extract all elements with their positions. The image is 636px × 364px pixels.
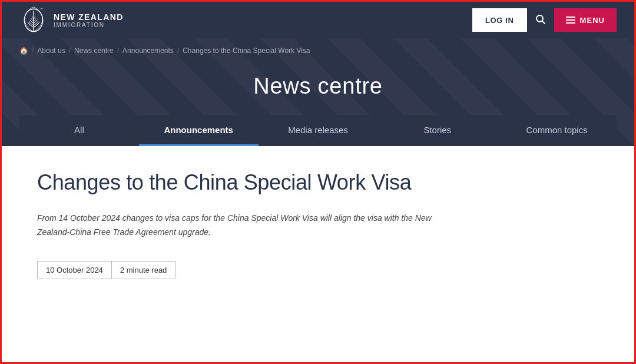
- tab-navigation: All Announcements Media releases Stories…: [19, 115, 617, 146]
- logo-text: NEW ZEALAND IMMIGRATION: [54, 12, 124, 28]
- search-button[interactable]: [527, 8, 554, 32]
- article-date: 10 October 2024: [37, 261, 112, 279]
- breadcrumb-announcements[interactable]: Announcements: [122, 47, 174, 55]
- tab-media-releases[interactable]: Media releases: [259, 115, 378, 146]
- tab-announcements[interactable]: Announcements: [139, 115, 259, 146]
- logo[interactable]: ™ NEW ZEALAND IMMIGRATION: [19, 6, 124, 34]
- site-header: ™ NEW ZEALAND IMMIGRATION LOG IN MENU: [2, 2, 634, 38]
- tab-stories[interactable]: Stories: [377, 115, 497, 146]
- breadcrumb: 🏠 / About us / News centre / Announcemen…: [19, 47, 617, 62]
- article-read-time: 2 minute read: [112, 261, 176, 279]
- page-title-section: News centre: [19, 62, 617, 105]
- breadcrumb-news[interactable]: News centre: [74, 47, 114, 55]
- page-title: News centre: [19, 74, 617, 99]
- tab-common-topics[interactable]: Common topics: [497, 115, 617, 146]
- hamburger-icon: [566, 16, 575, 24]
- banner-section: 🏠 / About us / News centre / Announcemen…: [2, 38, 634, 146]
- breadcrumb-current: Changes to the China Special Work Visa: [183, 47, 310, 55]
- svg-text:™: ™: [40, 8, 42, 11]
- menu-label: MENU: [580, 16, 605, 25]
- home-icon[interactable]: 🏠: [19, 47, 28, 55]
- menu-button[interactable]: MENU: [554, 8, 617, 32]
- login-button[interactable]: LOG IN: [472, 8, 527, 32]
- header-actions: LOG IN MENU: [472, 8, 617, 32]
- fern-icon: ™: [19, 6, 48, 34]
- article-meta: 10 October 2024 2 minute read: [37, 261, 599, 279]
- article-title: Changes to the China Special Work Visa: [37, 170, 599, 195]
- search-icon: [535, 14, 546, 25]
- content-area: Changes to the China Special Work Visa F…: [2, 146, 634, 317]
- breadcrumb-about[interactable]: About us: [37, 47, 65, 55]
- article-summary: From 14 October 2024 changes to visa cap…: [37, 211, 449, 240]
- tab-all[interactable]: All: [19, 115, 139, 146]
